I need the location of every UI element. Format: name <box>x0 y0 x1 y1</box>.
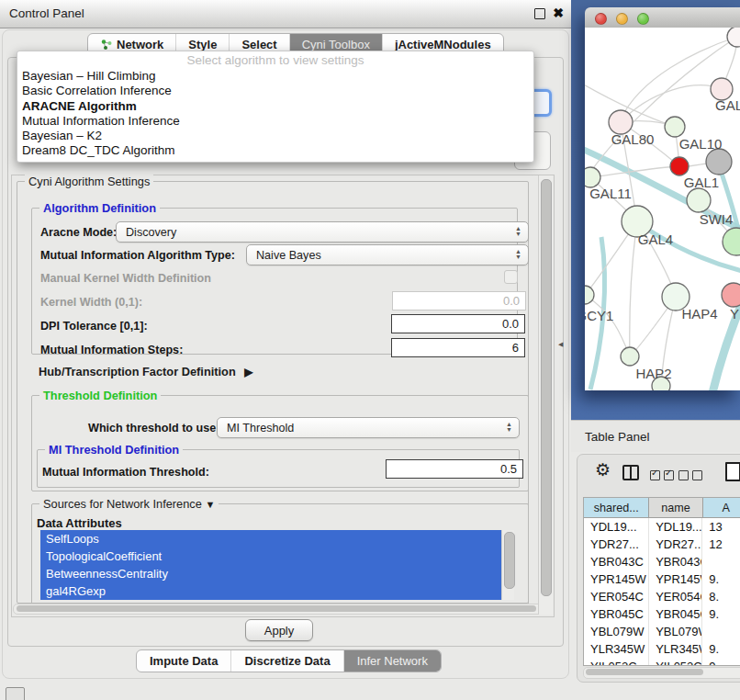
mi-type-label: Mutual Information Algorithm Type: <box>40 249 235 262</box>
cyni-algorithm-settings-title: Cyni Algorithm Settings <box>25 175 153 188</box>
table-cell: 12 <box>702 536 740 553</box>
column-header-3[interactable]: A <box>703 498 740 518</box>
network-node[interactable] <box>687 188 711 212</box>
collapse-panel-button[interactable] <box>6 687 25 700</box>
mi-type-combo[interactable]: Naive Bayes ▲▼ <box>246 244 529 265</box>
network-node[interactable] <box>706 149 732 175</box>
kernel-width-field[interactable]: 0.0 <box>392 291 526 310</box>
table-cell: 9. <box>702 570 740 588</box>
data-attributes-list[interactable]: SelfLoopsTopologicalCoefficientBetweenne… <box>40 530 501 600</box>
close-icon[interactable]: ✖ <box>553 6 564 20</box>
panel-splitter-handle[interactable]: ◀ <box>558 341 563 348</box>
which-threshold-label: Which threshold to use: <box>88 422 211 435</box>
table-row[interactable]: YLR345WYLR345W9. <box>584 640 740 658</box>
table-cell: 13 <box>702 518 740 536</box>
settings-vscrollbar[interactable] <box>538 175 553 615</box>
network-node[interactable] <box>665 117 685 137</box>
network-node[interactable] <box>727 28 740 47</box>
column-header-1[interactable]: shared... <box>584 498 649 518</box>
manual-kernel-label: Manual Kernel Width Definition <box>40 272 211 285</box>
table-cell: YIL052C <box>649 658 702 666</box>
network-node[interactable] <box>585 286 594 304</box>
algorithm-definition-title: Algorithm Definition <box>39 201 160 215</box>
control-panel-title: Control Panel <box>9 6 84 20</box>
mi-steps-label: Mutual Information Steps: <box>40 344 183 356</box>
tab-impute-data[interactable]: Impute Data <box>137 650 230 672</box>
network-edge[interactable] <box>621 85 722 122</box>
minimize-traffic-light[interactable] <box>616 13 628 25</box>
zoom-traffic-light[interactable] <box>637 13 649 25</box>
show-columns-icon[interactable] <box>650 468 678 484</box>
manual-kernel-checkbox[interactable] <box>504 270 518 284</box>
algorithm-option[interactable]: Mutual Information Inference <box>17 114 533 129</box>
algorithm-option[interactable]: ARACNE Algorithm <box>17 99 533 114</box>
hub-definition-toggle[interactable]: Hub/Transcription Factor Definition ▶ <box>39 365 253 378</box>
mi-steps-field[interactable]: 6 <box>391 338 525 357</box>
dpi-tolerance-field[interactable]: 0.0 <box>391 314 525 333</box>
columns-icon[interactable] <box>622 465 639 480</box>
tab-label: Cyni Toolbox <box>302 38 370 51</box>
hide-columns-icon[interactable] <box>678 468 706 484</box>
network-node-label: GAL4 <box>638 231 673 247</box>
network-node[interactable] <box>585 167 600 187</box>
aracne-mode-combo[interactable]: Discovery ▲▼ <box>116 221 529 243</box>
network-node[interactable] <box>670 157 689 175</box>
attribute-item[interactable]: SelfLoops <box>40 530 501 548</box>
apply-button[interactable]: Apply <box>245 619 313 641</box>
algorithm-option[interactable]: Bayesian – Hill Climbing <box>17 69 533 84</box>
table-hscrollbar[interactable] <box>583 667 740 679</box>
table-panel-titlebar: Table Panel <box>571 420 740 452</box>
attribute-item[interactable]: gal4RGexp <box>40 582 501 600</box>
algorithm-option[interactable]: Basic Correlation Inference <box>17 84 533 98</box>
dpi-tolerance-label: DPI Tolerance [0,1]: <box>40 320 148 333</box>
tab-infer-network[interactable]: Infer Network <box>343 650 441 672</box>
tab-label: Style <box>188 38 217 51</box>
attribute-item[interactable]: TopologicalCoefficient <box>40 548 501 565</box>
table-row[interactable]: YBL079WYBL079W <box>584 623 740 640</box>
table-cell: YBL079W <box>584 623 649 640</box>
node-table[interactable]: shared...nameA YDL19...YDL19...13YDR27..… <box>583 497 740 666</box>
kernel-width-label: Kernel Width (0,1): <box>40 296 142 309</box>
algorithm-option[interactable]: Dream8 DC_TDC Algorithm <box>17 143 533 158</box>
document-icon[interactable] <box>725 462 740 481</box>
tab-label: Select <box>241 38 276 51</box>
network-edge[interactable] <box>630 221 637 356</box>
table-row[interactable]: YDR27...YDR27...12 <box>584 536 740 553</box>
table-cell: YDR27... <box>584 536 649 553</box>
network-node-label: GCY1 <box>585 308 613 323</box>
network-node[interactable] <box>723 228 740 255</box>
settings-hscrollbar[interactable] <box>13 604 545 615</box>
column-header-2[interactable]: name <box>649 498 702 518</box>
algorithm-option[interactable]: Bayesian – K2 <box>17 129 533 143</box>
table-row[interactable]: YBR045CYBR045C9. <box>584 605 740 623</box>
sources-group-title[interactable]: Sources for Network Inference ▼ <box>39 497 219 511</box>
network-node-label: HAP4 <box>681 306 717 322</box>
table-row[interactable]: YDL19...YDL19...13 <box>584 518 740 536</box>
network-edge[interactable] <box>689 164 707 166</box>
close-traffic-light[interactable] <box>595 13 607 25</box>
tab-label: jActiveMNodules <box>395 38 491 51</box>
network-node[interactable] <box>722 283 740 307</box>
tab-discretize-data[interactable]: Discretize Data <box>230 650 342 672</box>
attributes-scrollbar[interactable] <box>501 530 514 600</box>
table-row[interactable]: YIL052CYIL052C9 <box>584 658 740 666</box>
gear-icon[interactable]: ⚙ <box>595 462 611 479</box>
mi-threshold-field[interactable]: 0.5 <box>386 459 523 479</box>
table-row[interactable]: YBR043CYBR043C <box>584 553 740 570</box>
attribute-item[interactable]: BetweennessCentrality <box>40 565 501 582</box>
network-node-label: GAL1 <box>684 175 719 190</box>
threshold-definition-title: Threshold Definition <box>39 389 161 402</box>
network-edge[interactable] <box>585 295 630 356</box>
table-row[interactable]: YPR145WYPR145W9. <box>584 570 740 588</box>
hub-definition-label: Hub/Transcription Factor Definition <box>39 365 236 378</box>
combo-arrows-icon: ▲▼ <box>515 249 521 260</box>
which-threshold-combo[interactable]: MI Threshold ▲▼ <box>217 417 520 438</box>
network-node[interactable] <box>621 347 639 366</box>
table-row[interactable]: YER054CYER054C8. <box>584 588 740 605</box>
bottom-tabbar: Impute DataDiscretize DataInfer Network <box>136 649 442 672</box>
network-canvas[interactable]: GALGAL80GAL10GAL1GAL11SWI4GAL4GCY1HAP4YH… <box>585 28 740 390</box>
table-cell: YBR043C <box>584 553 649 570</box>
table-cell: YBR045C <box>584 605 649 623</box>
float-window-icon[interactable] <box>534 8 545 19</box>
table-cell: YLR345W <box>584 640 649 658</box>
